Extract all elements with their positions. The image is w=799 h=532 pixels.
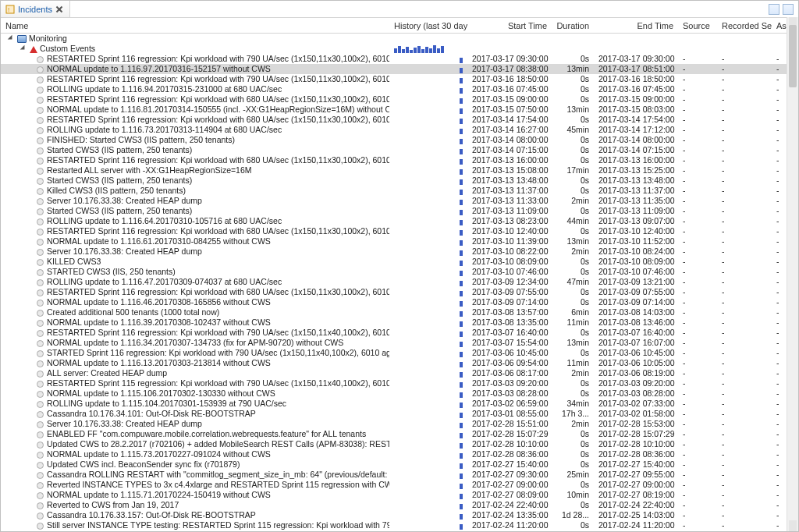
table-row[interactable]: Cassandra ROLLING RESTART with "commitlo… [1, 470, 798, 480]
table-row[interactable]: NORMAL update to 1.115.71.20170224-15041… [1, 490, 798, 500]
table-row[interactable]: Cassandra 10.176.34.101: Out-Of-Disk RE-… [1, 409, 798, 419]
table-row[interactable]: ROLLING update to 1.116.94.20170315-2310… [1, 84, 798, 94]
header-start[interactable]: Start Time [467, 21, 552, 30]
table-row[interactable]: Started CWS3 (IIS pattern, 250 tenants)2… [1, 206, 798, 216]
bulb-icon [37, 472, 44, 479]
table-row[interactable]: NORMAL update to 1.116.46.20170308-16585… [1, 297, 798, 307]
warning-icon [30, 46, 37, 53]
sparkline-icon [394, 459, 463, 469]
table-row[interactable]: Created additional 500 tenants (1000 tot… [1, 307, 798, 317]
table-row[interactable]: Started CWS3 (IIS pattern, 250 tenants)2… [1, 145, 798, 155]
table-row[interactable]: NORMAL update to 1.115.73.20170227-09102… [1, 449, 798, 459]
table-row[interactable]: ROLLING update to 1.116.73.20170313-1149… [1, 125, 798, 135]
sparkline-icon [394, 155, 463, 165]
table-row[interactable]: ALL server: Created HEAP dump2017-03-06 … [1, 368, 798, 378]
scroll-down-icon[interactable] [789, 520, 797, 531]
sparkline-icon [394, 317, 463, 327]
table-row[interactable]: STARTED Sprint 116 regression: Kpi workl… [1, 348, 798, 358]
header-recorded[interactable]: Recorded Sessi... [717, 21, 772, 30]
table-row[interactable]: Cassandra 10.176.33.157: Out-Of-Disk RE-… [1, 510, 798, 520]
table-row[interactable]: RESTARTED Sprint 116 regression: Kpi wor… [1, 115, 798, 125]
table-row[interactable]: RESTARTED Sprint 116 regression: Kpi wor… [1, 74, 798, 84]
table-row[interactable]: Killed CWS3 (IIS pattern, 250 tenants)20… [1, 186, 798, 196]
event-name: Started CWS3 (IIS pattern, 250 tenants) [47, 206, 192, 215]
bulb-icon [37, 178, 44, 185]
table-row[interactable]: RESTARTED Sprint 116 regression: Kpi wor… [1, 54, 798, 64]
table-row[interactable]: NORMAL update to 1.116.97.20170316-15215… [1, 64, 798, 74]
event-name: NORMAL update to 1.116.34.20170307-13473… [47, 338, 343, 347]
sparkline-icon [394, 115, 463, 124]
bulb-icon [37, 360, 44, 367]
close-icon[interactable] [55, 5, 63, 13]
event-name: ALL server: Created HEAP dump [47, 368, 167, 378]
table-row[interactable]: NORMAL update to 1.116.34.20170307-13473… [1, 338, 798, 348]
sparkline-icon [394, 216, 463, 225]
table-row[interactable]: RESTARTED Sprint 116 regression: Kpi wor… [1, 328, 798, 338]
sparkline-icon [394, 297, 463, 307]
event-name: ROLLING update to 1.116.94.20170315-2310… [47, 84, 282, 94]
table-row[interactable]: Server 10.176.33.38: Created HEAP dump20… [1, 246, 798, 257]
table-row[interactable]: NORMAL update to 1.116.13.20170303-21381… [1, 358, 798, 368]
event-name: NORMAL update to 1.116.39.20170308-10243… [47, 317, 271, 327]
toolbar-button-2[interactable] [783, 4, 794, 15]
tab-incidents[interactable]: ! Incidents [1, 1, 70, 17]
table-row[interactable]: Reverted INSTANCE TYPES to 3x c4.4xlarge… [1, 480, 798, 490]
sparkline-icon [394, 378, 463, 388]
vertical-scrollbar[interactable] [787, 17, 798, 531]
header-duration[interactable]: Duration [552, 21, 594, 30]
tree-monitoring[interactable]: Monitoring [1, 34, 798, 44]
table-row[interactable]: Reverted to CWS from Jan 19, 20172017-02… [1, 500, 798, 510]
table-row[interactable]: Server 10.176.33.38: Created HEAP dump20… [1, 196, 798, 206]
header-name[interactable]: Name [1, 21, 389, 30]
table-row[interactable]: Server 10.176.33.38: Created HEAP dump20… [1, 419, 798, 429]
table-row[interactable]: NORMAL update to 1.116.39.20170308-10243… [1, 317, 798, 328]
table-row[interactable]: ENABLED FF "com.compuware.mobile.correla… [1, 429, 798, 439]
chevron-down-icon[interactable] [9, 34, 16, 41]
event-name: NORMAL update to 1.116.97.20170316-15215… [47, 64, 271, 73]
table-row[interactable]: KILLED CWS32017-03-10 08:09:000s2017-03-… [1, 257, 798, 267]
header-source[interactable]: Source [678, 21, 717, 30]
bulb-icon [37, 482, 44, 489]
sparkline-icon [394, 439, 463, 449]
bulb-icon [37, 452, 44, 459]
event-name: FINISHED: Started CWS3 (IIS pattern, 250… [47, 135, 235, 144]
table-row[interactable]: ROLLING update to 1.116.64.20170310-1057… [1, 216, 798, 226]
chevron-down-icon[interactable] [21, 44, 28, 51]
sparkline-icon [394, 226, 463, 236]
event-name: Updated CWS to 28.2.2017 (r702106) + add… [47, 439, 389, 449]
header-history[interactable]: History (last 30 days) [389, 21, 467, 30]
table-row[interactable]: Updated CWS incl. BeaconSender sync fix … [1, 459, 798, 470]
bulb-icon [37, 502, 44, 509]
table-row[interactable]: Updated CWS to 28.2.2017 (r702106) + add… [1, 439, 798, 449]
event-name: ROLLING update to 1.116.47.20170309-0740… [47, 277, 282, 286]
table-row[interactable]: Still server INSTANCE TYPE testing: REST… [1, 520, 798, 530]
header-end[interactable]: End Time [594, 21, 678, 30]
sparkline-icon [394, 246, 463, 256]
bulb-icon [37, 523, 44, 530]
event-name: Reverted INSTANCE TYPES to 3x c4.4xlarge… [47, 480, 389, 489]
table-row[interactable]: RESTARTED Sprint 116 regression: Kpi wor… [1, 226, 798, 236]
table-row[interactable]: NORMAL update to 1.116.61.20170310-08425… [1, 236, 798, 246]
table-row[interactable]: RESTARTED Sprint 116 regression: Kpi wor… [1, 287, 798, 297]
toolbar-button-1[interactable] [769, 4, 779, 15]
table-row[interactable]: RESTARTED Sprint 115 regression: Kpi wor… [1, 378, 798, 388]
bulb-icon [37, 137, 44, 144]
event-name: RESTARTED Sprint 116 regression: Kpi wor… [47, 94, 389, 104]
table-row[interactable]: Started CWS3 (IIS pattern, 250 tenants)2… [1, 176, 798, 186]
event-name: NORMAL update to 1.116.81.20170314-15055… [47, 105, 389, 114]
table-row[interactable]: NORMAL update to 1.116.81.20170314-15055… [1, 105, 798, 115]
sparkline-icon [394, 74, 463, 83]
table-row[interactable]: FINISHED: Started CWS3 (IIS pattern, 250… [1, 135, 798, 145]
table-row[interactable]: ROLLING update to 1.116.47.20170309-0740… [1, 277, 798, 287]
tree-custom-events[interactable]: Custom Events [1, 44, 798, 54]
table-row[interactable]: RESTARTED Sprint 116 regression: Kpi wor… [1, 94, 798, 105]
sparkline-icon [394, 358, 463, 367]
table-row[interactable]: RESTARTED Sprint 116 regression: Kpi wor… [1, 155, 798, 165]
event-name: KILLED CWS3 [47, 257, 101, 266]
scrollbar-thumb[interactable] [789, 25, 797, 87]
table-row[interactable]: STARTED CWS3 (IIS, 250 tenants)2017-03-1… [1, 267, 798, 277]
table-row[interactable]: NORMAL update to 1.115.106.20170302-1303… [1, 388, 798, 399]
bulb-icon [37, 208, 44, 215]
table-row[interactable]: Restarted ALL server with -XX:G1HeapRegi… [1, 165, 798, 176]
table-row[interactable]: ROLLING update to 1.115.104.20170301-153… [1, 399, 798, 409]
